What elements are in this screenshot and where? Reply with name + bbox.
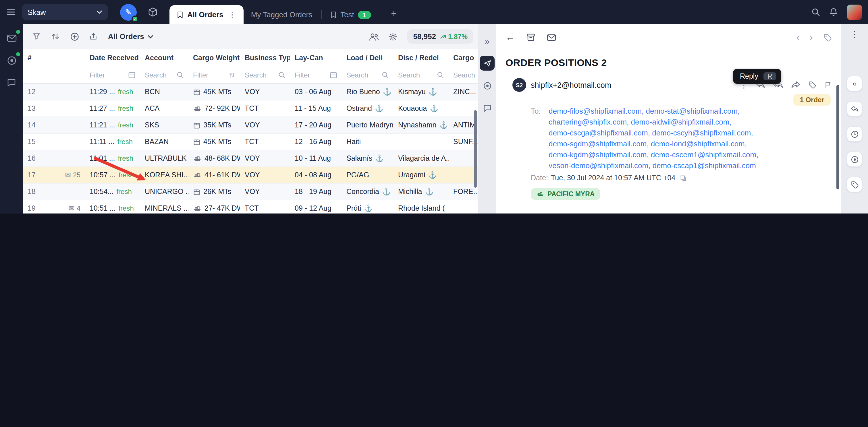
col-load-deli[interactable]: Load / Deli <box>342 54 394 62</box>
order-cell-account: SKS <box>140 121 188 129</box>
flag-button[interactable] <box>824 81 832 89</box>
export-button[interactable] <box>85 28 102 45</box>
orders-vscrollbar-thumb[interactable] <box>474 110 477 188</box>
ship-icon <box>193 155 202 162</box>
expand-date-icon[interactable] <box>680 175 686 181</box>
order-row[interactable]: 14 ✉ 11:21 ... fresh SKS <box>23 117 478 134</box>
order-row[interactable]: 19 ✉ 4 10:51 ... fresh MINERALS ... <box>23 200 478 214</box>
vessel-tag[interactable]: PACIFIC MYRA <box>531 188 600 200</box>
col-lay-can[interactable]: Lay-Can <box>290 54 342 62</box>
sidebar-chat-button[interactable] <box>5 76 19 90</box>
order-number: 19 <box>28 204 36 212</box>
order-badge-row: 1 Order <box>514 94 831 106</box>
order-cell-laycan: 03 - 06 Aug <box>290 88 342 96</box>
sender-address[interactable]: shipfix+2@hotmail.com <box>531 80 611 89</box>
global-search-button[interactable] <box>811 0 820 24</box>
add-order-button[interactable] <box>65 28 83 45</box>
envelope-icon: ✉ <box>69 204 74 212</box>
recipient-link[interactable]: demo-cscga@shipfixmail.com, demo-cscyh@s… <box>549 127 758 138</box>
sidebar-mail-button[interactable] <box>5 31 19 45</box>
hamburger-menu-button[interactable] <box>0 0 22 24</box>
col-date-received[interactable]: Date Received <box>85 54 140 62</box>
tag-button[interactable] <box>823 33 832 42</box>
tab-test[interactable]: Test 1 <box>322 5 378 24</box>
notifications-button[interactable] <box>829 0 838 24</box>
anchor-icon: ⚓ <box>364 204 373 212</box>
new-tab-button[interactable]: + <box>386 6 402 22</box>
view-selector[interactable]: All Orders <box>108 32 153 41</box>
recipient-link[interactable]: demo-filos@shipfixmail.com, demo-stat@sh… <box>549 106 758 117</box>
search-cargo[interactable]: Search <box>448 71 478 79</box>
col-cargo-weight[interactable]: Cargo Weight <box>188 54 240 62</box>
filter-date-received[interactable]: Filter <box>85 71 140 79</box>
topbar: Skaw ✎ ✓ All Orders ⋮ My Tagged Orders T… <box>0 0 868 24</box>
filter-lay-can[interactable]: Filter <box>290 71 342 79</box>
col-business-type[interactable]: Business Type <box>240 54 290 62</box>
tab-my-tagged-orders[interactable]: My Tagged Orders <box>244 5 320 24</box>
order-row[interactable]: 12 ✉ 11:29 ... fresh BCN <box>23 84 478 100</box>
next-email-button[interactable]: › <box>810 32 813 42</box>
email-vscrollbar-thumb[interactable] <box>836 85 839 189</box>
order-row[interactable]: 15 ✉ 11:11 ... fresh BAZAN <box>23 134 478 151</box>
rail-chat-button[interactable] <box>480 100 495 116</box>
order-row[interactable]: 17 ✉ 25 10:57 ... fresh KOREA SHI... <box>23 167 478 184</box>
tab-separator <box>321 10 321 19</box>
table-settings-button[interactable] <box>384 28 402 45</box>
previous-email-button[interactable]: ‹ <box>797 32 800 42</box>
search-load-deli[interactable]: Search <box>342 71 394 79</box>
rail-record-button[interactable] <box>847 152 862 167</box>
collapse-panel-button[interactable]: « <box>847 76 862 91</box>
order-cell-cargo-weight: 45K MTs <box>188 138 240 146</box>
recipient-list: demo-filos@shipfixmail.com, demo-stat@sh… <box>549 106 758 171</box>
order-row[interactable]: 13 ✉ 11:27 ... fresh ACA <box>23 100 478 117</box>
cargo-weight-icon <box>193 138 200 145</box>
order-cell-business-type: TCT <box>240 204 290 212</box>
cargo-module-button[interactable] <box>142 0 164 24</box>
email-panel-more-button[interactable]: ⋮ <box>850 28 859 41</box>
rail-history-button[interactable] <box>847 126 862 142</box>
archive-button[interactable] <box>526 33 535 42</box>
back-button[interactable]: ← <box>505 32 515 42</box>
recipient-link[interactable]: demo-kgdm@shipfixmail.com, demo-cscem1@s… <box>549 149 758 160</box>
rail-record-button[interactable] <box>480 78 495 93</box>
col-cargo[interactable]: Cargo <box>448 54 478 62</box>
copy-icon <box>680 175 686 181</box>
order-cell-number: 17 ✉ 25 <box>23 171 85 179</box>
filter-button[interactable] <box>28 28 45 45</box>
forward-button[interactable] <box>791 81 800 89</box>
rail-sources-button[interactable] <box>480 56 495 71</box>
col-disc-redel[interactable]: Disc / Redel <box>394 54 448 62</box>
col-account[interactable]: Account <box>140 54 188 62</box>
tab-all-orders[interactable]: All Orders ⋮ <box>169 5 244 24</box>
order-row[interactable]: 16 ✉ 11:01 ... fresh ULTRABULK <box>23 151 478 167</box>
rail-reply-button[interactable] <box>847 101 862 117</box>
search-account[interactable]: Search <box>140 71 188 79</box>
mark-unread-button[interactable] <box>547 34 556 41</box>
order-cell-account: ULTRABULK <box>140 154 188 162</box>
compose-button[interactable]: ✎ ✓ <box>120 4 137 21</box>
order-cell-business-type: VOY <box>240 154 290 162</box>
tag-email-button[interactable] <box>808 81 816 89</box>
tab-options-icon[interactable]: ⋮ <box>229 10 236 19</box>
recipient-link[interactable]: veson-demo@shipfixmail.com, demo-cscap1@… <box>549 160 758 171</box>
user-avatar[interactable] <box>847 4 862 20</box>
workspace-selector[interactable]: Skaw <box>22 4 108 20</box>
expand-panel-button[interactable]: » <box>480 33 495 48</box>
sort-button[interactable] <box>46 28 64 45</box>
filter-cargo-weight[interactable]: Filter <box>188 71 240 79</box>
rail-tag-button[interactable] <box>847 177 862 192</box>
order-count-badge[interactable]: 1 Order <box>794 94 831 106</box>
search-disc-redel[interactable]: Search <box>394 71 448 79</box>
order-row[interactable]: 18 ✉ 10:54... fresh UNICARGO ... <box>23 184 478 200</box>
share-users-button[interactable] <box>365 28 382 45</box>
tag-icon <box>850 180 859 189</box>
email-header: S2 shipfix+2@hotmail.com ⋮ <box>496 70 841 200</box>
recipient-link[interactable]: chartering@shipfix.com, demo-aidwil@ship… <box>549 117 758 127</box>
sidebar-radar-button[interactable] <box>5 53 19 67</box>
search-business-type[interactable]: Search <box>240 71 290 79</box>
recipient-link[interactable]: demo-sgdm@shipfixmail.com, demo-lond@shi… <box>549 138 758 149</box>
col-number[interactable]: # <box>23 54 85 62</box>
tab-bar: All Orders ⋮ My Tagged Orders Test 1 + <box>169 0 402 24</box>
received-time: 11:29 ... <box>90 88 115 96</box>
sender-avatar: S2 <box>513 78 526 92</box>
